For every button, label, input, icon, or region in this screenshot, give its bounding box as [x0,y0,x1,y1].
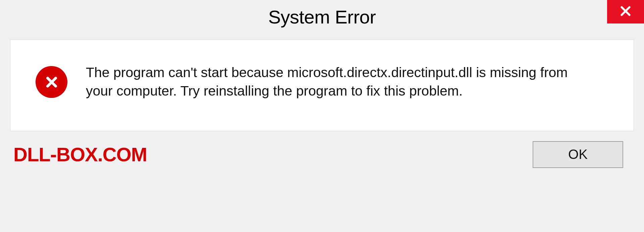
close-button[interactable] [607,0,644,23]
content-panel: The program can't start because microsof… [10,40,634,131]
watermark-text: DLL-BOX.COM [13,143,147,166]
dialog-title: System Error [268,6,376,28]
error-icon [36,66,67,98]
titlebar: System Error [0,0,644,34]
footer: DLL-BOX.COM OK [10,131,634,178]
error-message: The program can't start because microsof… [86,63,589,101]
error-icon-wrap [36,63,67,98]
ok-button-label: OK [568,147,588,162]
ok-button[interactable]: OK [533,141,623,168]
close-icon [619,4,632,19]
